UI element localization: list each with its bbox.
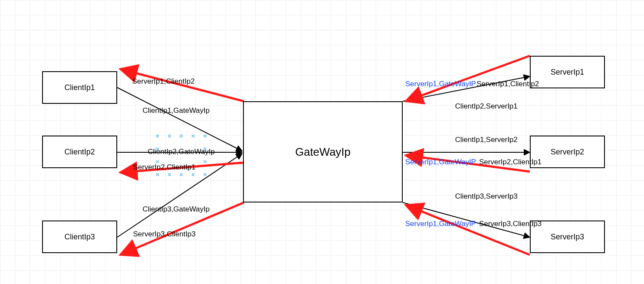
label-serverip1-gatewayip-b: ServerIp1,GateWayIP: [405, 158, 476, 166]
label-clientip2-serverip1: ClientIp2,ServerIp1: [455, 102, 518, 111]
client1-label: ClientIp1: [64, 83, 95, 92]
label-serverip2-clientip1: ServerIp2,ClientIp1: [133, 163, 196, 172]
client3-box: ClientIp3: [42, 221, 117, 253]
label-serverip1-clientip2-right: ServerIp1,ClientIp2: [477, 80, 539, 88]
label-clientip3-serverip3: ClientIp3,ServerIp3: [455, 192, 518, 201]
label-serverip3-clientip3-left: ServerIp3,ClientIp3: [133, 230, 196, 239]
label-serverip1-gatewayip-a: ServerIp1,GateWayIP: [405, 80, 476, 88]
label-serverip1-clientip2-left: ServerIp1,ClientIp2: [132, 77, 195, 86]
label-clientip2-gatewayip: ClientIp2,GateWayIp: [148, 148, 215, 156]
gateway-label: GateWayIp: [295, 145, 350, 159]
client2-box: ClientIp2: [42, 136, 117, 168]
client2-label: ClientIp2: [64, 148, 95, 157]
server1-label: ServerIp1: [550, 68, 584, 77]
server1-box: ServerIp1: [530, 56, 605, 88]
client1-box: ClientIp1: [42, 71, 117, 104]
label-clientip1-serverip2: ClientIp1,ServerIp2: [455, 136, 518, 144]
server3-label: ServerIp3: [550, 233, 584, 242]
label-clientip3-gatewayip: ClientIp3,GateWayIp: [143, 205, 210, 214]
server2-label: ServerIp2: [550, 148, 584, 157]
label-serverip2-clientip1-right: ServerIp2,ClientIp1: [479, 158, 542, 166]
label-clientip1-gatewayip: ClientIp1,GateWayIp: [143, 106, 210, 115]
label-serverip1-gatewayip-c: ServerIp1,GateWayIP: [405, 220, 476, 228]
client3-label: ClientIp3: [64, 233, 95, 242]
gateway-box: GateWayIp: [243, 101, 403, 202]
label-serverip3-clientip3-right: ServerIp3,ClientIp3: [479, 220, 542, 228]
